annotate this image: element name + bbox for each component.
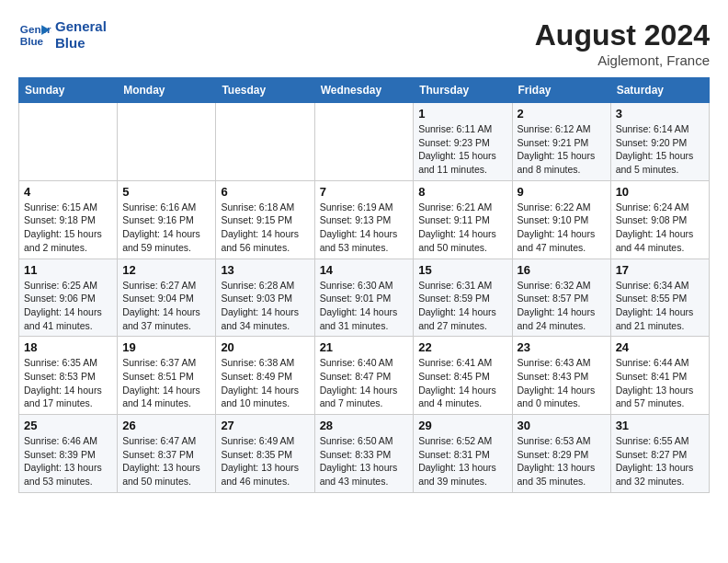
- logo-general: General: [55, 18, 107, 35]
- week-row-3: 11Sunrise: 6:25 AM Sunset: 9:06 PM Dayli…: [19, 259, 710, 337]
- col-header-wednesday: Wednesday: [314, 78, 414, 103]
- svg-text:Blue: Blue: [20, 35, 44, 47]
- day-number: 31: [616, 419, 704, 432]
- day-number: 17: [616, 263, 704, 277]
- day-cell: 2Sunrise: 6:12 AM Sunset: 9:21 PM Daylig…: [512, 103, 610, 181]
- day-info: Sunrise: 6:55 AM Sunset: 8:27 PM Dayligh…: [616, 434, 704, 488]
- day-info: Sunrise: 6:49 AM Sunset: 8:35 PM Dayligh…: [221, 434, 309, 488]
- day-info: Sunrise: 6:24 AM Sunset: 9:08 PM Dayligh…: [616, 201, 704, 255]
- calendar-table: SundayMondayTuesdayWednesdayThursdayFrid…: [18, 77, 710, 493]
- day-number: 11: [24, 263, 112, 277]
- day-cell: 16Sunrise: 6:32 AM Sunset: 8:57 PM Dayli…: [512, 259, 610, 337]
- day-number: 4: [24, 185, 112, 199]
- day-cell: 28Sunrise: 6:50 AM Sunset: 8:33 PM Dayli…: [314, 415, 414, 493]
- day-number: 22: [418, 340, 506, 354]
- day-cell: 31Sunrise: 6:55 AM Sunset: 8:27 PM Dayli…: [610, 415, 709, 493]
- day-cell: 23Sunrise: 6:43 AM Sunset: 8:43 PM Dayli…: [512, 337, 610, 415]
- day-number: 15: [418, 263, 506, 277]
- day-info: Sunrise: 6:43 AM Sunset: 8:43 PM Dayligh…: [518, 356, 606, 410]
- day-number: 26: [122, 419, 210, 432]
- week-row-2: 4Sunrise: 6:15 AM Sunset: 9:18 PM Daylig…: [19, 180, 710, 259]
- day-number: 19: [122, 340, 210, 354]
- col-header-sunday: Sunday: [19, 78, 118, 103]
- day-info: Sunrise: 6:30 AM Sunset: 9:01 PM Dayligh…: [320, 279, 409, 333]
- day-number: 14: [320, 263, 409, 277]
- day-cell: [19, 103, 118, 181]
- day-info: Sunrise: 6:14 AM Sunset: 9:20 PM Dayligh…: [616, 122, 704, 177]
- day-info: Sunrise: 6:50 AM Sunset: 8:33 PM Dayligh…: [320, 434, 409, 488]
- day-cell: 21Sunrise: 6:40 AM Sunset: 8:47 PM Dayli…: [314, 337, 414, 415]
- title-block: August 2024 Aiglemont, France: [535, 18, 710, 68]
- day-cell: 1Sunrise: 6:11 AM Sunset: 9:23 PM Daylig…: [414, 103, 512, 181]
- day-cell: 29Sunrise: 6:52 AM Sunset: 8:31 PM Dayli…: [414, 415, 512, 493]
- day-info: Sunrise: 6:35 AM Sunset: 8:53 PM Dayligh…: [24, 356, 112, 410]
- day-number: 25: [24, 419, 112, 432]
- day-cell: 11Sunrise: 6:25 AM Sunset: 9:06 PM Dayli…: [19, 259, 118, 337]
- col-header-thursday: Thursday: [414, 78, 512, 103]
- day-cell: 5Sunrise: 6:16 AM Sunset: 9:16 PM Daylig…: [118, 180, 216, 259]
- day-cell: 14Sunrise: 6:30 AM Sunset: 9:01 PM Dayli…: [314, 259, 414, 337]
- day-info: Sunrise: 6:19 AM Sunset: 9:13 PM Dayligh…: [320, 201, 409, 255]
- day-number: 18: [24, 340, 112, 354]
- day-cell: 7Sunrise: 6:19 AM Sunset: 9:13 PM Daylig…: [314, 180, 414, 259]
- day-cell: 22Sunrise: 6:41 AM Sunset: 8:45 PM Dayli…: [414, 337, 512, 415]
- day-number: 23: [518, 340, 606, 354]
- day-cell: 9Sunrise: 6:22 AM Sunset: 9:10 PM Daylig…: [512, 180, 610, 259]
- col-header-friday: Friday: [512, 78, 610, 103]
- day-info: Sunrise: 6:18 AM Sunset: 9:15 PM Dayligh…: [221, 201, 309, 255]
- day-info: Sunrise: 6:47 AM Sunset: 8:37 PM Dayligh…: [122, 434, 210, 488]
- day-info: Sunrise: 6:41 AM Sunset: 8:45 PM Dayligh…: [418, 356, 506, 410]
- day-info: Sunrise: 6:12 AM Sunset: 9:21 PM Dayligh…: [518, 122, 606, 177]
- day-cell: 4Sunrise: 6:15 AM Sunset: 9:18 PM Daylig…: [19, 180, 118, 259]
- day-info: Sunrise: 6:15 AM Sunset: 9:18 PM Dayligh…: [24, 201, 112, 255]
- col-header-tuesday: Tuesday: [216, 78, 314, 103]
- day-number: 13: [221, 263, 309, 277]
- day-number: 9: [518, 185, 606, 199]
- day-info: Sunrise: 6:53 AM Sunset: 8:29 PM Dayligh…: [518, 434, 606, 488]
- day-number: 10: [616, 185, 704, 199]
- day-cell: 13Sunrise: 6:28 AM Sunset: 9:03 PM Dayli…: [216, 259, 314, 337]
- day-info: Sunrise: 6:40 AM Sunset: 8:47 PM Dayligh…: [320, 356, 409, 410]
- day-info: Sunrise: 6:44 AM Sunset: 8:41 PM Dayligh…: [616, 356, 704, 410]
- logo-blue: Blue: [55, 35, 107, 52]
- day-cell: 15Sunrise: 6:31 AM Sunset: 8:59 PM Dayli…: [414, 259, 512, 337]
- page-header: General Blue General Blue August 2024 Ai…: [18, 18, 710, 68]
- day-cell: 27Sunrise: 6:49 AM Sunset: 8:35 PM Dayli…: [216, 415, 314, 493]
- day-info: Sunrise: 6:16 AM Sunset: 9:16 PM Dayligh…: [122, 201, 210, 255]
- day-number: 29: [418, 419, 506, 432]
- day-cell: 24Sunrise: 6:44 AM Sunset: 8:41 PM Dayli…: [610, 337, 709, 415]
- col-header-monday: Monday: [118, 78, 216, 103]
- location-subtitle: Aiglemont, France: [535, 52, 710, 68]
- day-cell: [314, 103, 414, 181]
- day-info: Sunrise: 6:21 AM Sunset: 9:11 PM Dayligh…: [418, 201, 506, 255]
- week-row-5: 25Sunrise: 6:46 AM Sunset: 8:39 PM Dayli…: [19, 415, 710, 493]
- day-cell: 20Sunrise: 6:38 AM Sunset: 8:49 PM Dayli…: [216, 337, 314, 415]
- day-info: Sunrise: 6:38 AM Sunset: 8:49 PM Dayligh…: [221, 356, 309, 410]
- day-cell: 30Sunrise: 6:53 AM Sunset: 8:29 PM Dayli…: [512, 415, 610, 493]
- day-number: 30: [518, 419, 606, 432]
- month-year-title: August 2024: [535, 18, 710, 52]
- day-number: 28: [320, 419, 409, 432]
- day-cell: 10Sunrise: 6:24 AM Sunset: 9:08 PM Dayli…: [610, 180, 709, 259]
- day-cell: 3Sunrise: 6:14 AM Sunset: 9:20 PM Daylig…: [610, 103, 709, 181]
- day-number: 12: [122, 263, 210, 277]
- day-cell: [216, 103, 314, 181]
- day-cell: 6Sunrise: 6:18 AM Sunset: 9:15 PM Daylig…: [216, 180, 314, 259]
- day-number: 5: [122, 185, 210, 199]
- day-cell: 8Sunrise: 6:21 AM Sunset: 9:11 PM Daylig…: [414, 180, 512, 259]
- day-number: 1: [418, 107, 506, 121]
- day-info: Sunrise: 6:52 AM Sunset: 8:31 PM Dayligh…: [418, 434, 506, 488]
- week-row-1: 1Sunrise: 6:11 AM Sunset: 9:23 PM Daylig…: [19, 103, 710, 181]
- day-number: 6: [221, 185, 309, 199]
- day-number: 7: [320, 185, 409, 199]
- day-cell: 18Sunrise: 6:35 AM Sunset: 8:53 PM Dayli…: [19, 337, 118, 415]
- day-number: 20: [221, 340, 309, 354]
- day-number: 27: [221, 419, 309, 432]
- day-number: 8: [418, 185, 506, 199]
- day-number: 2: [518, 107, 606, 121]
- day-info: Sunrise: 6:37 AM Sunset: 8:51 PM Dayligh…: [122, 356, 210, 410]
- day-info: Sunrise: 6:32 AM Sunset: 8:57 PM Dayligh…: [518, 279, 606, 333]
- day-cell: 17Sunrise: 6:34 AM Sunset: 8:55 PM Dayli…: [610, 259, 709, 337]
- day-number: 21: [320, 340, 409, 354]
- day-cell: 19Sunrise: 6:37 AM Sunset: 8:51 PM Dayli…: [118, 337, 216, 415]
